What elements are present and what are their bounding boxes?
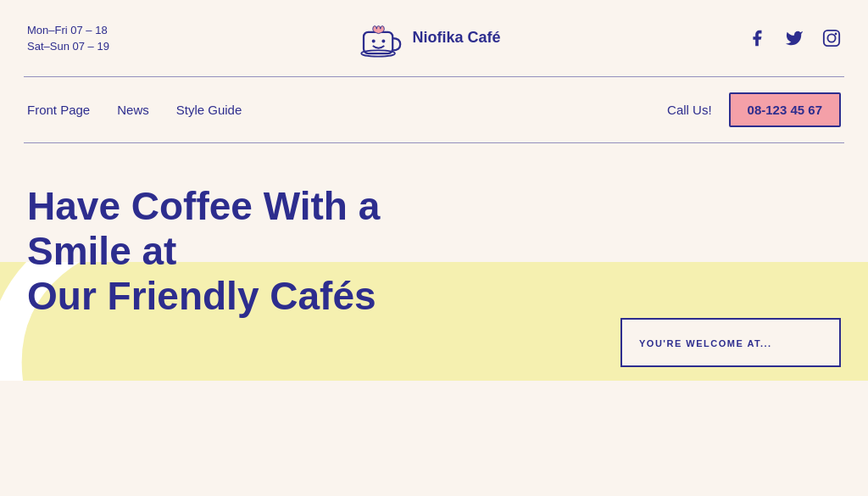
hero-title-line2: Our Friendly Cafés xyxy=(27,274,376,318)
social-icons xyxy=(748,29,841,47)
nav-news[interactable]: News xyxy=(117,103,149,117)
nav-bar: Front Page News Style Guide Call Us! 08-… xyxy=(0,77,868,142)
logo-text: Niofika Café xyxy=(412,28,500,47)
facebook-icon[interactable] xyxy=(748,29,766,47)
welcome-label: YOU'RE WELCOME AT... xyxy=(639,338,772,348)
twitter-icon[interactable] xyxy=(785,29,804,47)
nav-front-page[interactable]: Front Page xyxy=(27,103,90,117)
instagram-icon[interactable] xyxy=(822,29,841,47)
hero-title: Have Coffee With a Smile at Our Friendly… xyxy=(27,184,468,319)
svg-point-5 xyxy=(827,34,835,42)
welcome-card: YOU'RE WELCOME AT... xyxy=(620,318,841,367)
hours-weekday: Mon–Fri 07 – 18 xyxy=(27,22,109,39)
hours-weekend: Sat–Sun 07 – 19 xyxy=(27,38,109,55)
logo[interactable]: Niofika Café xyxy=(356,15,500,61)
nav-links: Front Page News Style Guide xyxy=(27,103,242,117)
hero-title-line1: Have Coffee With a Smile at xyxy=(27,184,380,273)
top-bar: Mon–Fri 07 – 18 Sat–Sun 07 – 19 Niofika … xyxy=(0,0,868,76)
hero: Have Coffee With a Smile at Our Friendly… xyxy=(0,143,868,381)
svg-point-6 xyxy=(835,33,837,36)
phone-button[interactable]: 08-123 45 67 xyxy=(729,92,841,127)
top-divider xyxy=(24,76,844,77)
nav-style-guide[interactable]: Style Guide xyxy=(176,103,242,117)
call-us-label: Call Us! xyxy=(667,103,712,117)
nav-right: Call Us! 08-123 45 67 xyxy=(667,92,841,127)
svg-point-2 xyxy=(372,40,376,43)
svg-rect-4 xyxy=(824,31,839,46)
svg-point-3 xyxy=(382,40,386,43)
logo-icon xyxy=(356,15,402,61)
hours: Mon–Fri 07 – 18 Sat–Sun 07 – 19 xyxy=(27,22,109,55)
